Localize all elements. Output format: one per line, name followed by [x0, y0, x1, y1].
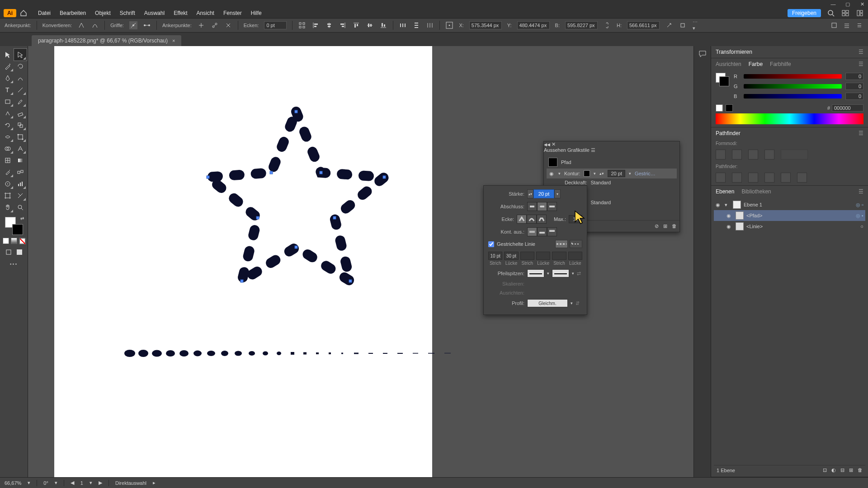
transform-origin-icon[interactable]	[445, 21, 453, 29]
window-maximize[interactable]: ▢	[844, 1, 851, 7]
color-mode-none[interactable]	[19, 238, 25, 244]
artboard-tool[interactable]	[1, 190, 14, 202]
comments-icon[interactable]	[698, 49, 708, 59]
stepper-icon[interactable]: ▴▾	[599, 171, 604, 176]
mesh-tool[interactable]	[1, 155, 14, 166]
b-input[interactable]	[845, 93, 863, 100]
visibility-icon[interactable]: ◉	[726, 213, 733, 219]
gap-1-input[interactable]	[504, 252, 518, 260]
distribute-h-icon[interactable]	[399, 21, 407, 29]
hand-tool[interactable]	[1, 202, 14, 213]
layers-locate-icon[interactable]: ⊡	[823, 467, 827, 473]
app-logo[interactable]: Ai	[4, 9, 16, 17]
panel-menu-icon[interactable]: ☰	[859, 130, 863, 136]
align-outside[interactable]	[547, 227, 557, 236]
black-swatch[interactable]	[726, 104, 733, 112]
pf-merge[interactable]	[748, 173, 758, 183]
align-center[interactable]	[527, 227, 537, 236]
align-inside[interactable]	[537, 227, 547, 236]
color-mode-solid[interactable]	[3, 238, 9, 244]
chevron-down-icon[interactable]: ▾	[558, 171, 561, 176]
opacity-value[interactable]: Standard	[591, 180, 611, 185]
selection-tool[interactable]	[1, 49, 14, 61]
handle-icon-1[interactable]	[129, 21, 137, 29]
y-input[interactable]	[517, 21, 550, 29]
menu-fenster[interactable]: Fenster	[219, 10, 246, 16]
appearance-clear-icon[interactable]: ⊘	[655, 223, 659, 229]
pf-minus[interactable]	[732, 150, 742, 160]
dash-1-input[interactable]	[488, 252, 502, 260]
opt-right-1-icon[interactable]	[830, 21, 838, 29]
stroke-weight-value[interactable]: 20 pt	[608, 170, 625, 177]
shape-ops-icon[interactable]	[665, 21, 673, 29]
stroke-weight-input[interactable]	[533, 189, 554, 198]
pf-trim[interactable]	[732, 173, 742, 183]
magic-wand-tool[interactable]	[1, 61, 14, 72]
sublayer-linie[interactable]: ◉ <Linie> ○	[714, 221, 865, 232]
brush-tool[interactable]	[14, 96, 27, 108]
pen-tool[interactable]	[1, 72, 14, 84]
curvature-tool[interactable]	[14, 72, 27, 84]
tab-ebenen[interactable]: Ebenen	[716, 188, 734, 195]
layer-name[interactable]: Ebene 1	[744, 202, 762, 207]
slice-tool[interactable]	[14, 190, 27, 202]
tab-transformieren[interactable]: Transformieren	[716, 49, 752, 55]
weight-dropdown-icon[interactable]: ▾	[554, 189, 561, 198]
align-grid-icon[interactable]	[298, 21, 306, 29]
scale-tool[interactable]	[14, 119, 27, 131]
fill-stroke-swatches[interactable]: ⇄	[5, 217, 23, 235]
rotate-tool[interactable]	[1, 119, 14, 131]
miter-input[interactable]	[569, 215, 582, 223]
convert-corner-icon[interactable]	[77, 21, 85, 29]
menu-auswahl[interactable]: Auswahl	[140, 10, 169, 16]
corner-bevel[interactable]	[537, 215, 547, 224]
h-input[interactable]	[627, 21, 660, 29]
cap-round[interactable]	[537, 202, 547, 211]
dash-2-input[interactable]	[520, 252, 534, 260]
panel-menu-icon[interactable]: ☰	[859, 49, 863, 55]
panel-menu-icon[interactable]: ☰	[859, 61, 863, 67]
menu-ansicht[interactable]: Ansicht	[192, 10, 219, 16]
flip-profile-icon[interactable]: ⇵	[576, 300, 580, 306]
tab-farbhilfe[interactable]: Farbhilfe	[770, 61, 791, 67]
tab-aussehen[interactable]: Aussehen	[544, 147, 566, 153]
arrange-icon[interactable]	[841, 9, 850, 18]
eraser-tool[interactable]	[14, 108, 27, 119]
search-icon[interactable]	[826, 9, 835, 18]
distribute-space-icon[interactable]	[426, 21, 434, 29]
dashed-line[interactable]	[124, 347, 459, 360]
panel-close-icon[interactable]: ✕	[552, 141, 556, 147]
rectangle-tool[interactable]	[1, 96, 14, 108]
align-left-icon[interactable]	[311, 21, 320, 29]
visibility-icon[interactable]: ◉	[548, 171, 555, 177]
slider-b[interactable]	[744, 94, 842, 99]
slider-r[interactable]	[744, 74, 842, 79]
corner-round[interactable]	[527, 215, 537, 224]
layer-row[interactable]: ◉ ▾ Ebene 1 ◎ ▫	[714, 199, 865, 210]
perspective-tool[interactable]	[14, 143, 27, 155]
pf-minusback[interactable]	[797, 173, 807, 183]
appearance-delete-icon[interactable]: 🗑	[672, 223, 677, 229]
tab-ausrichten[interactable]: Ausrichten	[716, 61, 741, 67]
cap-butt[interactable]	[527, 202, 537, 211]
width-tool[interactable]	[1, 131, 14, 143]
align-right-icon[interactable]	[339, 21, 347, 29]
star-path[interactable]	[197, 100, 396, 299]
menu-datei[interactable]: Datei	[33, 10, 55, 16]
document-tab[interactable]: paragraph-1485228.png* @ 66,67 % (RGB/Vo…	[32, 35, 181, 46]
arrow-end-select[interactable]	[552, 269, 569, 277]
menu-effekt[interactable]: Effekt	[169, 10, 192, 16]
visibility-icon[interactable]: ◉	[726, 224, 733, 230]
dash-3-input[interactable]	[552, 252, 566, 260]
layers-delete-icon[interactable]: 🗑	[858, 467, 863, 473]
sublayer-pfad[interactable]: ◉ <Pfad> ◎ ▪	[714, 210, 865, 221]
tab-farbe[interactable]: Farbe	[749, 61, 763, 67]
g-input[interactable]	[845, 83, 863, 90]
cap-square[interactable]	[547, 202, 557, 211]
pf-divide[interactable]	[716, 173, 726, 183]
dashed-line-checkbox[interactable]	[488, 241, 494, 247]
home-icon[interactable]	[20, 9, 29, 17]
r-input[interactable]	[845, 73, 863, 80]
stroke-extra[interactable]: Gestric…	[635, 171, 656, 176]
direct-selection-tool[interactable]	[14, 49, 27, 61]
